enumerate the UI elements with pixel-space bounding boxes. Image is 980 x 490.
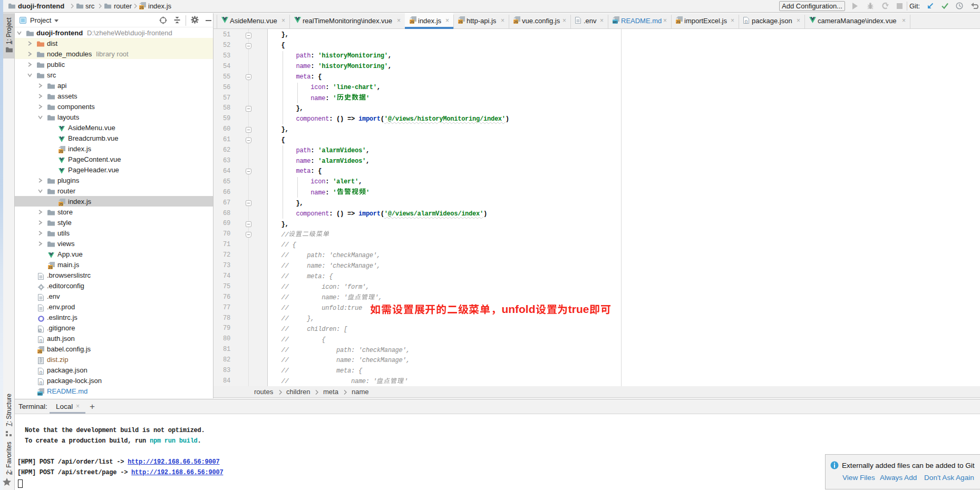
svg-text:{}: {}	[40, 370, 43, 375]
svg-text:{}: {}	[40, 380, 43, 385]
svg-text:JS: JS	[140, 6, 144, 9]
svg-text:JS: JS	[410, 20, 415, 24]
svg-text:JS: JS	[59, 150, 64, 153]
svg-text:JS: JS	[514, 20, 519, 24]
svg-text:JS: JS	[48, 266, 53, 269]
svg-text:{}: {}	[40, 338, 43, 343]
svg-text:MD: MD	[37, 392, 43, 396]
svg-text:JS: JS	[59, 202, 64, 206]
svg-text:{}: {}	[745, 19, 748, 24]
svg-text:JS: JS	[676, 20, 681, 24]
svg-text:MD: MD	[613, 20, 618, 24]
svg-text:JS: JS	[459, 20, 463, 24]
svg-text:JS: JS	[38, 350, 43, 354]
